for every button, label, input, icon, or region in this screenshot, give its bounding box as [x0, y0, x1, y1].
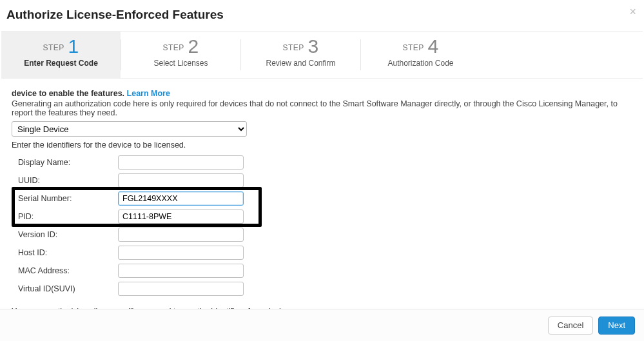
uuid-input[interactable] — [118, 173, 244, 188]
step-2[interactable]: STEP 2 Select Licenses — [121, 32, 240, 78]
cancel-button[interactable]: Cancel — [548, 317, 593, 335]
step-word: STEP — [43, 43, 64, 52]
step-number: 4 — [427, 35, 438, 57]
dialog-footer: Cancel Next — [0, 309, 644, 341]
step-1[interactable]: STEP 1 Enter Request Code — [1, 32, 121, 78]
lead-prefix: device to enable the features. — [12, 89, 124, 98]
dialog-title: Authorize License-Enforced Features — [0, 0, 644, 31]
step-label: Enter Request Code — [1, 59, 121, 68]
pid-input[interactable] — [118, 209, 244, 224]
mac-address-label: MAC Address: — [18, 266, 118, 275]
step-3[interactable]: STEP 3 Review and Confirm — [241, 32, 360, 78]
step-number: 3 — [307, 35, 318, 57]
identifiers-instruction: Enter the identifiers for the device to … — [12, 141, 632, 150]
next-button[interactable]: Next — [598, 317, 635, 335]
serial-number-input[interactable] — [118, 191, 244, 206]
step-label: Review and Confirm — [241, 59, 360, 68]
host-id-input[interactable] — [118, 246, 244, 260]
version-id-label: Version ID: — [18, 230, 118, 239]
step-label: Select Licenses — [121, 59, 240, 68]
host-id-label: Host ID: — [18, 248, 118, 257]
step-4[interactable]: STEP 4 Authorization Code — [361, 32, 480, 78]
device-type-select[interactable]: Single Device — [12, 121, 247, 137]
lead-description: Generating an authorization code here is… — [12, 99, 632, 117]
suvi-label: Virtual ID(SUVI) — [18, 284, 118, 293]
lead-line: device to enable the features. Learn Mor… — [12, 89, 632, 98]
suvi-input[interactable] — [118, 282, 244, 296]
version-id-input[interactable] — [118, 228, 244, 242]
stepper: STEP 1 Enter Request Code STEP 2 Select … — [1, 31, 643, 79]
step-number: 1 — [68, 35, 79, 57]
close-icon[interactable]: × — [629, 5, 636, 19]
step-label: Authorization Code — [361, 59, 480, 68]
content-area: device to enable the features. Learn Mor… — [0, 79, 644, 316]
step-word: STEP — [402, 43, 424, 52]
pid-label: PID: — [18, 212, 118, 221]
step-word: STEP — [162, 43, 184, 52]
step-word: STEP — [282, 43, 304, 52]
uuid-label: UUID: — [18, 176, 118, 185]
serial-number-label: Serial Number: — [18, 194, 118, 203]
display-name-input[interactable] — [118, 155, 244, 170]
identifiers-form: Display Name: UUID: Serial Number: PID: … — [18, 153, 632, 298]
display-name-label: Display Name: — [18, 158, 118, 167]
step-number: 2 — [188, 35, 199, 57]
learn-more-link[interactable]: Learn More — [127, 89, 170, 98]
mac-address-input[interactable] — [118, 264, 244, 278]
